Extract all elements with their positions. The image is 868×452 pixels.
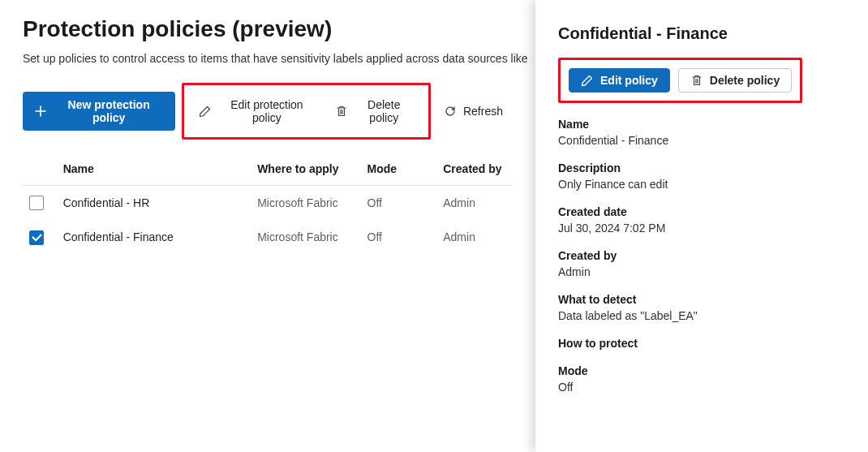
highlight-panel-actions: Edit policy Delete policy xyxy=(558,58,802,103)
row-name: Confidential - HR xyxy=(57,186,251,221)
field-label-created-by: Created by xyxy=(558,249,845,262)
row-created-by: Admin xyxy=(436,220,513,254)
pencil-icon xyxy=(199,105,212,118)
row-checkbox[interactable] xyxy=(29,196,44,210)
edit-policy-label: Edit protection policy xyxy=(218,98,315,124)
row-where: Microsoft Fabric xyxy=(251,186,360,221)
details-panel: Confidential - Finance Edit policy Delet… xyxy=(535,0,868,452)
field-value-created-by: Admin xyxy=(558,265,845,278)
row-where: Microsoft Fabric xyxy=(251,220,360,254)
new-protection-policy-button[interactable]: New protection policy xyxy=(23,92,175,131)
field-value-what-to-detect: Data labeled as "Label_EA" xyxy=(558,309,845,322)
row-mode: Off xyxy=(361,186,437,221)
row-mode: Off xyxy=(361,220,437,254)
field-value-mode: Off xyxy=(558,381,845,394)
field-value-name: Confidential - Finance xyxy=(558,134,845,147)
new-policy-label: New protection policy xyxy=(54,98,164,124)
pencil-icon xyxy=(581,74,594,87)
row-checkbox[interactable] xyxy=(29,230,44,245)
field-value-description: Only Finance can edit xyxy=(558,178,845,191)
delete-policy-label: Delete policy xyxy=(355,98,414,124)
page-title: Protection policies (preview) xyxy=(23,16,513,42)
field-label-what-to-detect: What to detect xyxy=(558,293,845,306)
row-name: Confidential - Finance xyxy=(57,220,251,254)
trash-icon xyxy=(335,105,348,118)
field-label-mode: Mode xyxy=(558,364,845,377)
panel-edit-label: Edit policy xyxy=(600,74,658,87)
panel-delete-policy-button[interactable]: Delete policy xyxy=(678,68,792,93)
page-subtitle: Set up policies to control access to ite… xyxy=(23,52,513,65)
field-label-description: Description xyxy=(558,161,845,174)
policies-table: Name Where to apply Mode Created by Conf… xyxy=(23,153,513,255)
col-name[interactable]: Name xyxy=(57,153,251,186)
toolbar: New protection policy Edit protection po… xyxy=(23,83,513,140)
field-label-how-to-protect: How to protect xyxy=(558,337,845,350)
col-created-by[interactable]: Created by xyxy=(436,153,513,186)
field-value-created-date: Jul 30, 2024 7:02 PM xyxy=(558,222,845,235)
delete-policy-button[interactable]: Delete policy xyxy=(325,92,423,131)
table-row[interactable]: Confidential - Finance Microsoft Fabric … xyxy=(23,220,513,254)
refresh-label: Refresh xyxy=(463,105,503,118)
trash-icon xyxy=(690,74,703,87)
panel-delete-label: Delete policy xyxy=(710,74,780,87)
refresh-icon xyxy=(444,105,457,118)
panel-edit-policy-button[interactable]: Edit policy xyxy=(569,68,670,93)
edit-protection-policy-button[interactable]: Edit protection policy xyxy=(189,92,324,131)
highlight-edit-delete: Edit protection policy Delete policy xyxy=(182,83,431,140)
col-mode[interactable]: Mode xyxy=(361,153,437,186)
field-label-name: Name xyxy=(558,118,845,131)
panel-title: Confidential - Finance xyxy=(558,24,845,43)
table-row[interactable]: Confidential - HR Microsoft Fabric Off A… xyxy=(23,186,513,221)
col-where[interactable]: Where to apply xyxy=(251,153,360,186)
col-check xyxy=(23,153,57,186)
main-content: Protection policies (preview) Set up pol… xyxy=(0,0,535,271)
refresh-button[interactable]: Refresh xyxy=(434,98,513,124)
plus-icon xyxy=(34,105,47,118)
row-created-by: Admin xyxy=(436,186,513,221)
field-label-created-date: Created date xyxy=(558,205,845,218)
